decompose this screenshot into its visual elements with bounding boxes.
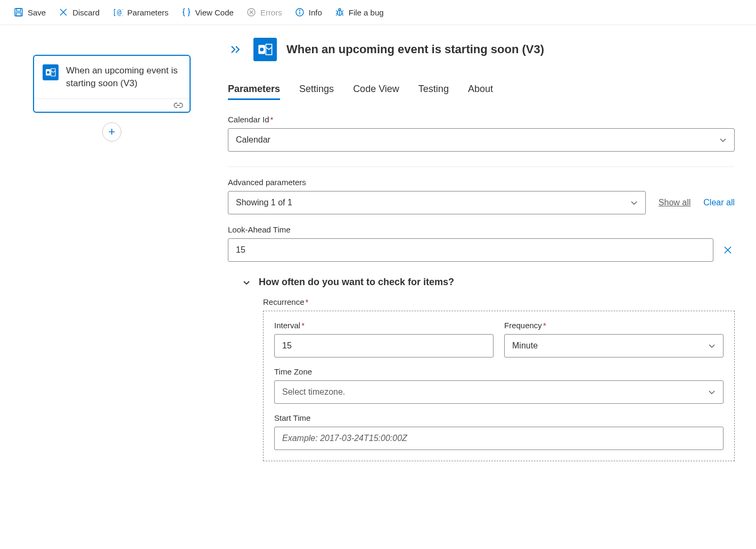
- parameters-label: Parameters: [127, 8, 169, 17]
- plus-icon: +: [109, 125, 116, 139]
- save-icon: [14, 7, 23, 17]
- timezone-placeholder: Select timezone.: [282, 387, 345, 397]
- look-ahead-label: Look-Ahead Time: [228, 225, 735, 234]
- flow-canvas[interactable]: When an upcoming event is starting soon …: [0, 25, 224, 542]
- svg-rect-2: [17, 13, 21, 16]
- errors-button: Errors: [241, 4, 287, 20]
- svg-point-11: [299, 10, 300, 11]
- error-icon: [246, 7, 256, 17]
- show-all-link[interactable]: Show all: [659, 198, 691, 207]
- recurrence-section-toggle[interactable]: How often do you want to check for items…: [243, 277, 735, 288]
- bug-icon: [335, 7, 344, 17]
- recurrence-label: Recurrence*: [263, 297, 735, 306]
- tab-about[interactable]: About: [468, 80, 493, 100]
- view-code-label: View Code: [195, 8, 234, 17]
- save-label: Save: [28, 8, 46, 17]
- recurrence-heading: How often do you want to check for items…: [259, 277, 454, 288]
- tabs: Parameters Settings Code View Testing Ab…: [228, 80, 735, 100]
- chevron-down-icon: [630, 200, 638, 205]
- errors-label: Errors: [260, 8, 282, 17]
- node-title: When an upcoming event is starting soon …: [66, 64, 180, 90]
- panel-title: When an upcoming event is starting soon …: [286, 43, 544, 56]
- trigger-node[interactable]: When an upcoming event is starting soon …: [33, 55, 191, 113]
- svg-line-15: [342, 11, 343, 12]
- svg-point-25: [260, 48, 264, 52]
- tab-settings[interactable]: Settings: [299, 80, 334, 100]
- node-body: When an upcoming event is starting soon …: [34, 56, 190, 98]
- timezone-select[interactable]: Select timezone.: [274, 380, 724, 404]
- clear-look-ahead-button[interactable]: [721, 243, 735, 257]
- outlook-icon: [43, 64, 59, 80]
- start-time-field: Start Time Example: 2017-03-24T15:00:00Z: [274, 413, 724, 450]
- calendar-id-field: Calendar Id* Calendar: [228, 115, 735, 152]
- start-time-label: Start Time: [274, 413, 724, 422]
- svg-line-19: [342, 14, 343, 15]
- details-panel: When an upcoming event is starting soon …: [224, 25, 756, 542]
- start-time-placeholder: Example: 2017-03-24T15:00:00Z: [282, 434, 407, 443]
- view-code-button[interactable]: View Code: [176, 4, 239, 20]
- svg-text:[@]: [@]: [112, 8, 123, 16]
- timezone-field: Time Zone Select timezone.: [274, 367, 724, 404]
- info-icon: [295, 7, 305, 17]
- frequency-select[interactable]: Minute: [504, 334, 724, 357]
- tab-parameters[interactable]: Parameters: [228, 80, 280, 100]
- divider: [228, 167, 735, 167]
- interval-field: Interval* 15: [274, 321, 494, 357]
- outlook-icon: [253, 38, 277, 61]
- link-icon[interactable]: [174, 102, 183, 109]
- calendar-id-value: Calendar: [236, 135, 270, 145]
- advanced-parameters-select[interactable]: Showing 1 of 1: [228, 191, 646, 214]
- interval-input[interactable]: 15: [274, 334, 494, 357]
- advanced-parameters-block: Advanced parameters Showing 1 of 1 Show …: [228, 178, 735, 214]
- panel-header: When an upcoming event is starting soon …: [228, 38, 735, 61]
- file-bug-button[interactable]: File a bug: [330, 4, 389, 20]
- clear-all-link[interactable]: Clear all: [703, 198, 735, 207]
- parameters-button[interactable]: [@] Parameters: [107, 4, 174, 20]
- tab-code-view[interactable]: Code View: [353, 80, 399, 100]
- recurrence-box: Interval* 15 Frequency* Minute: [263, 311, 735, 461]
- add-step-button[interactable]: +: [102, 122, 121, 142]
- frequency-label: Frequency*: [504, 321, 724, 330]
- chevron-down-icon: [708, 343, 716, 348]
- calendar-id-label: Calendar Id*: [228, 115, 735, 124]
- look-ahead-input[interactable]: 15: [228, 238, 713, 262]
- chevron-down-icon: [719, 137, 727, 143]
- frequency-value: Minute: [512, 341, 538, 351]
- calendar-id-select[interactable]: Calendar: [228, 128, 735, 152]
- braces-icon: [182, 7, 191, 17]
- timezone-label: Time Zone: [274, 367, 724, 376]
- main-area: When an upcoming event is starting soon …: [0, 25, 756, 542]
- close-icon: [59, 7, 68, 17]
- discard-button[interactable]: Discard: [53, 4, 105, 20]
- frequency-field: Frequency* Minute: [504, 321, 724, 357]
- collapse-panel-button[interactable]: [228, 43, 244, 56]
- svg-point-22: [47, 71, 50, 74]
- chevron-down-icon: [243, 280, 250, 285]
- parameters-icon: [@]: [112, 7, 123, 17]
- start-time-input[interactable]: Example: 2017-03-24T15:00:00Z: [274, 427, 724, 450]
- node-footer: [34, 98, 190, 112]
- svg-line-18: [336, 14, 338, 15]
- file-bug-label: File a bug: [349, 8, 384, 17]
- interval-value: 15: [282, 341, 292, 351]
- tab-testing[interactable]: Testing: [418, 80, 449, 100]
- svg-line-14: [336, 11, 338, 12]
- look-ahead-value: 15: [236, 245, 245, 255]
- interval-label: Interval*: [274, 321, 494, 330]
- info-button[interactable]: Info: [290, 4, 327, 20]
- advanced-parameters-value: Showing 1 of 1: [236, 198, 292, 207]
- toolbar: Save Discard [@] Parameters View Code Er…: [0, 0, 756, 25]
- save-button[interactable]: Save: [9, 4, 51, 20]
- look-ahead-field: Look-Ahead Time 15: [228, 225, 735, 262]
- discard-label: Discard: [72, 8, 100, 17]
- chevron-down-icon: [708, 389, 716, 395]
- info-label: Info: [309, 8, 322, 17]
- svg-rect-1: [17, 9, 21, 11]
- advanced-parameters-label: Advanced parameters: [228, 178, 735, 187]
